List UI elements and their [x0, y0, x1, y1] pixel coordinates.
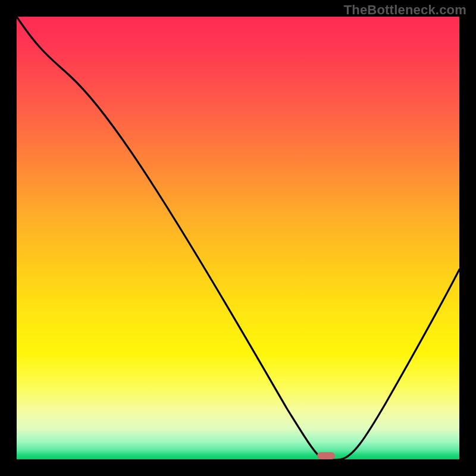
- plot-area: [17, 17, 459, 459]
- bottleneck-chart: TheBottleneck.com: [0, 0, 476, 476]
- bottleneck-curve-path: [17, 17, 459, 459]
- optimal-marker: [317, 452, 335, 459]
- curve-svg: [17, 17, 459, 459]
- watermark-text: TheBottleneck.com: [344, 2, 466, 18]
